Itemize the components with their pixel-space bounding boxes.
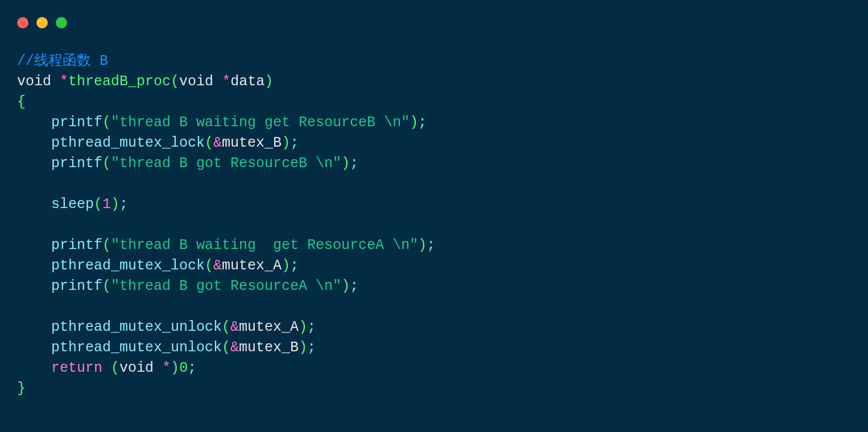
code-token: ( [102, 155, 111, 172]
code-token: pthread_mutex_lock [51, 135, 205, 151]
code-token: mutex_A [222, 257, 282, 274]
code-token: & [230, 339, 239, 356]
code-token: ) [299, 339, 307, 356]
code-token: * [222, 73, 230, 90]
code-token: ; [418, 114, 427, 131]
code-token: ) [111, 196, 119, 213]
code-token: printf [51, 114, 102, 131]
code-token: sleep [51, 196, 94, 213]
code-block: //线程函数 B void *threadB_proc(void *data) … [0, 40, 868, 416]
code-token: ( [222, 339, 230, 356]
code-token: ; [119, 196, 128, 213]
code-token: pthread_mutex_unlock [51, 339, 222, 356]
code-token: ( [205, 257, 213, 274]
code-token: ( [111, 360, 119, 376]
code-token: ) [341, 278, 350, 294]
code-token: printf [51, 278, 102, 294]
code-string: "thread B got ResourceA \n" [111, 278, 341, 294]
code-comment: //线程函数 B [17, 53, 108, 69]
code-token: ) [264, 73, 273, 90]
code-token: ; [290, 135, 299, 151]
code-token: ) [282, 135, 290, 151]
code-token: ( [171, 73, 179, 90]
code-token: ) [418, 237, 427, 254]
code-indent [17, 360, 51, 376]
code-token: & [213, 135, 222, 151]
code-token: ( [94, 196, 102, 213]
code-indent [17, 319, 51, 335]
code-token: * [60, 73, 68, 90]
code-token: data [230, 73, 264, 90]
code-indent [17, 114, 51, 131]
code-token: mutex_B [222, 135, 282, 151]
code-token: printf [51, 155, 102, 172]
code-token: void [17, 73, 51, 90]
code-indent [17, 237, 51, 254]
code-indent [17, 155, 51, 172]
code-indent [17, 339, 51, 356]
close-icon[interactable] [17, 17, 28, 28]
code-window: //线程函数 B void *threadB_proc(void *data) … [0, 0, 868, 432]
code-token: ; [188, 360, 196, 376]
code-token: ( [102, 237, 111, 254]
code-token: ; [307, 339, 316, 356]
code-token: ; [307, 319, 316, 335]
code-token: void [119, 360, 154, 376]
code-token: ( [222, 319, 230, 335]
code-indent [17, 278, 51, 294]
code-token: pthread_mutex_unlock [51, 319, 222, 335]
code-string: "thread B waiting get ResourceA \n" [111, 237, 418, 254]
code-indent [17, 257, 51, 274]
minimize-icon[interactable] [36, 17, 48, 28]
code-token: { [17, 94, 26, 110]
code-indent [17, 196, 51, 213]
code-token: pthread_mutex_lock [51, 257, 205, 274]
code-token: ) [171, 360, 179, 376]
code-token: } [17, 380, 26, 397]
code-token: ; [427, 237, 435, 254]
code-token: * [162, 360, 171, 376]
window-titlebar [0, 0, 868, 40]
code-token: ) [299, 319, 307, 335]
code-token: ; [350, 155, 358, 172]
code-token: & [230, 319, 239, 335]
code-token: void [179, 73, 213, 90]
code-token: & [213, 257, 222, 274]
code-string: "thread B got ResourceB \n" [111, 155, 341, 172]
code-token: ( [102, 278, 111, 294]
code-keyword: return [51, 360, 102, 376]
code-token: mutex_A [239, 319, 299, 335]
code-token: ) [410, 114, 418, 131]
code-token: ; [290, 257, 299, 274]
code-token: ) [341, 155, 350, 172]
maximize-icon[interactable] [56, 17, 67, 28]
code-token: ; [350, 278, 358, 294]
code-token: mutex_B [239, 339, 299, 356]
code-token: ( [102, 114, 111, 131]
code-token: ( [205, 135, 213, 151]
code-indent [17, 135, 51, 151]
code-string: "thread B waiting get ResourceB \n" [111, 114, 410, 131]
code-token: printf [51, 237, 102, 254]
code-token: ) [282, 257, 290, 274]
code-number: 0 [179, 360, 188, 376]
code-number: 1 [102, 196, 111, 213]
code-function-name: threadB_proc [68, 73, 171, 90]
